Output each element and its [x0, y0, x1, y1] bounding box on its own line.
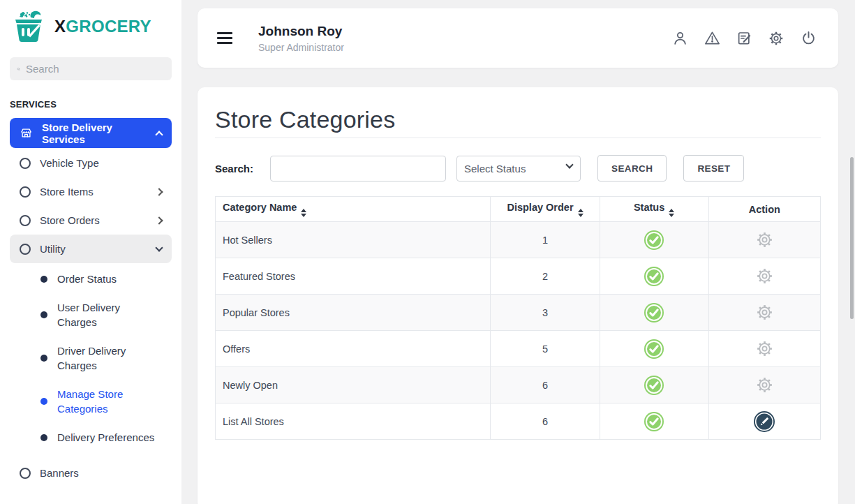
row-settings-button[interactable] [755, 230, 774, 249]
sidebar-subitem-manage-store-categories[interactable]: Manage Store Categories [0, 387, 181, 416]
sidebar-item-store-items[interactable]: Store Items [10, 177, 172, 206]
user-role: Super Administrator [258, 42, 344, 53]
row-settings-button[interactable] [755, 376, 774, 394]
status-active-toggle[interactable] [644, 339, 664, 360]
display-order-cell: 5 [491, 331, 600, 367]
status-cell [600, 331, 708, 367]
search-button[interactable]: SEARCH [597, 155, 667, 181]
divider [215, 138, 821, 138]
header-status[interactable]: Status [600, 197, 708, 222]
status-select[interactable]: Select Status [456, 156, 581, 181]
action-cell [708, 367, 820, 403]
status-active-toggle[interactable] [644, 411, 664, 432]
table-row: Newly Open 6 [216, 367, 821, 403]
display-order-cell: 2 [491, 258, 600, 295]
warning-icon [704, 30, 720, 46]
settings-button[interactable] [766, 28, 787, 49]
category-name-cell: Featured Stores [216, 258, 491, 295]
status-cell [600, 295, 708, 331]
row-settings-button[interactable] [755, 339, 774, 358]
brand-prefix: X [54, 17, 66, 36]
search-input[interactable] [270, 156, 446, 181]
logout-button[interactable] [798, 28, 819, 49]
sort-icon [578, 209, 583, 217]
utility-subnav: Order Status User Delivery Charges Drive… [0, 272, 181, 445]
category-name-cell: Popular Stores [216, 295, 491, 331]
row-settings-button[interactable] [755, 303, 774, 322]
sidebar-subitem-order-status[interactable]: Order Status [0, 272, 181, 286]
sidebar-item-label: Utility [40, 243, 66, 255]
category-name-cell: List All Stores [216, 403, 491, 440]
sidebar-item-banners[interactable]: Banners [10, 459, 172, 487]
sidebar-nav: Store Delivery Services Vehicle Type Sto… [0, 118, 181, 487]
status-active-toggle[interactable] [644, 266, 664, 287]
row-settings-button[interactable] [755, 267, 774, 286]
scrollbar-thumb[interactable] [850, 157, 854, 319]
brand-name: GROCERY [66, 17, 151, 36]
sidebar-item-store-orders[interactable]: Store Orders [10, 206, 172, 235]
sidebar-item-utility[interactable]: Utility [10, 235, 172, 263]
chevron-down-icon [155, 244, 163, 251]
sidebar: XGROCERY SERVICES Store Delivery Service… [0, 0, 181, 504]
reset-button[interactable]: RESET [683, 155, 744, 181]
check-circle-icon [644, 230, 664, 251]
sidebar-subitem-user-delivery-charges[interactable]: User Delivery Charges [0, 300, 181, 329]
sidebar-subitem-delivery-preferences[interactable]: Delivery Preferences [0, 430, 181, 445]
power-icon [801, 30, 817, 46]
circle-icon [20, 244, 31, 255]
sidebar-search-input[interactable] [26, 63, 165, 75]
check-circle-icon [644, 339, 664, 360]
reports-button[interactable] [734, 28, 754, 49]
bullet-icon [40, 276, 47, 283]
section-services-label: SERVICES [10, 99, 172, 110]
header-display-order[interactable]: Display Order [491, 197, 600, 222]
hamburger-menu-button[interactable] [217, 32, 232, 44]
store-categories-panel: Store Categories Search: Select Status S… [198, 87, 838, 504]
brand-logo[interactable]: XGROCERY [0, 0, 181, 49]
sidebar-subitem-driver-delivery-charges[interactable]: Driver Delivery Charges [0, 343, 181, 373]
gear-icon [755, 376, 774, 394]
status-active-toggle[interactable] [644, 302, 664, 323]
header-icons [669, 28, 819, 49]
top-header: Johnson Roy Super Administrator [198, 8, 838, 68]
status-select-wrap: Select Status [456, 156, 581, 181]
bullet-icon [40, 434, 47, 441]
display-order-cell: 3 [491, 295, 600, 331]
header-category-name[interactable]: Category Name [216, 197, 491, 222]
category-name-cell: Hot Sellers [216, 222, 491, 258]
sidebar-item-vehicle-type[interactable]: Vehicle Type [10, 149, 172, 177]
user-block: Johnson Roy Super Administrator [258, 24, 344, 53]
sidebar-item-label: Banners [40, 467, 79, 479]
circle-icon [20, 215, 31, 226]
action-cell [708, 258, 820, 295]
check-circle-icon [644, 266, 664, 287]
gear-icon [755, 230, 774, 249]
chevron-right-icon [155, 188, 163, 195]
sidebar-item-label: Store Items [40, 186, 94, 198]
sidebar-subitem-label: User Delivery Charges [57, 300, 134, 329]
sidebar-item-store-delivery-services[interactable]: Store Delivery Services [10, 118, 172, 148]
table-header-row: Category Name Display Order Status Actio… [216, 197, 821, 222]
sidebar-search [10, 57, 172, 80]
edit-pencil-icon [753, 410, 775, 433]
sidebar-subitem-label: Delivery Preferences [57, 430, 154, 445]
header-action: Action [708, 197, 820, 222]
gear-icon [755, 303, 774, 322]
user-name: Johnson Roy [258, 24, 344, 39]
grocery-basket-icon [10, 8, 47, 45]
row-edit-button[interactable] [753, 410, 775, 433]
status-cell [600, 367, 708, 403]
user-profile-button[interactable] [669, 28, 690, 49]
status-active-toggle[interactable] [644, 375, 664, 396]
sidebar-item-label: Store Orders [40, 214, 100, 226]
sort-icon [669, 209, 674, 217]
alerts-button[interactable] [701, 28, 722, 49]
gear-icon [755, 339, 774, 358]
vertical-scrollbar [850, 0, 854, 504]
bullet-icon [40, 311, 47, 318]
note-edit-icon [736, 30, 752, 46]
search-label: Search: [215, 163, 270, 175]
table-row: Offers 5 [216, 331, 821, 367]
page-title: Store Categories [215, 104, 821, 135]
status-active-toggle[interactable] [644, 230, 664, 251]
